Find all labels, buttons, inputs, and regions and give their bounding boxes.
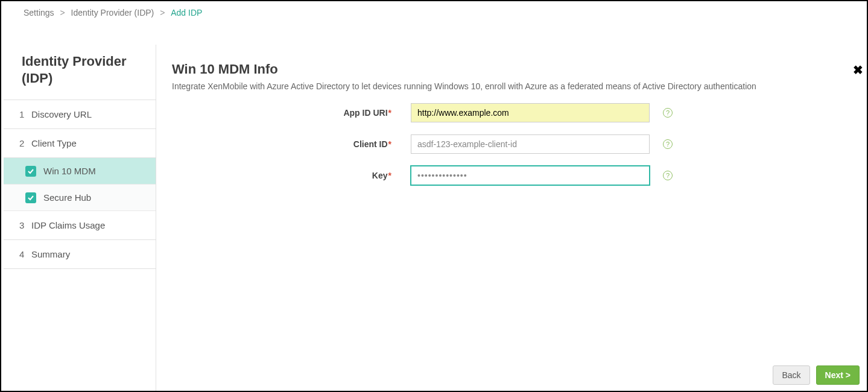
checkbox-checked-icon — [25, 192, 36, 203]
breadcrumb: Settings > Identity Provider (IDP) > Add… — [1, 1, 867, 24]
help-icon[interactable]: ? — [663, 139, 673, 149]
close-icon[interactable]: ✖ — [853, 63, 863, 77]
breadcrumb-idp[interactable]: Identity Provider (IDP) — [71, 8, 154, 17]
label-app-id-uri: App ID URI* — [172, 108, 394, 118]
client-id-input[interactable] — [411, 134, 650, 154]
substep-secure-hub[interactable]: Secure Hub — [4, 185, 156, 211]
step-idp-claims-usage[interactable]: 3 IDP Claims Usage — [4, 211, 156, 240]
wizard-sidebar: Identity Provider (IDP) 1 Discovery URL … — [1, 36, 156, 391]
help-icon[interactable]: ? — [663, 171, 673, 180]
step-discovery-url[interactable]: 1 Discovery URL — [4, 100, 156, 129]
breadcrumb-sep: > — [60, 8, 65, 17]
key-input[interactable] — [411, 166, 650, 185]
step-client-type[interactable]: 2 Client Type — [4, 129, 156, 158]
page-title: Win 10 MDM Info — [172, 62, 851, 77]
substep-win10-mdm[interactable]: Win 10 MDM — [4, 158, 156, 185]
help-icon[interactable]: ? — [663, 108, 673, 118]
next-button[interactable]: Next > — [816, 365, 860, 385]
sidebar-title: Identity Provider (IDP) — [4, 36, 156, 100]
label-key: Key* — [172, 171, 394, 180]
breadcrumb-settings[interactable]: Settings — [24, 8, 54, 17]
breadcrumb-current: Add IDP — [171, 8, 202, 17]
step-summary[interactable]: 4 Summary — [4, 240, 156, 269]
breadcrumb-sep: > — [160, 8, 165, 17]
main-panel: ✖ Win 10 MDM Info Integrate XenMobile wi… — [156, 45, 867, 391]
checkbox-checked-icon — [25, 166, 36, 177]
label-client-id: Client ID* — [172, 139, 394, 149]
page-description: Integrate XenMobile with Azure Active Di… — [172, 81, 851, 91]
back-button[interactable]: Back — [773, 365, 809, 385]
app-id-uri-input[interactable] — [411, 103, 650, 122]
